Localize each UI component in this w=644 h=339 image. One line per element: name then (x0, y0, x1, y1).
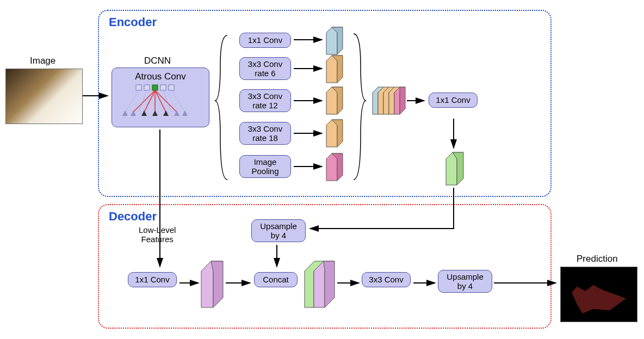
conv1x1-a: 1x1 Conv (239, 33, 291, 48)
conv3x3-rate18: 3x3 Convrate 18 (239, 122, 291, 145)
svg-marker-15 (131, 110, 136, 116)
atrous-conv-text: Atrous Conv (135, 71, 186, 82)
lowlevel-label: Low-LevelFeatures (139, 226, 176, 244)
conv3x3-decoder: 3x3 Conv (362, 272, 411, 287)
dcnn-label: DCNN (144, 56, 171, 66)
svg-rect-0 (136, 85, 141, 90)
input-image (5, 69, 83, 124)
encoder-label: Encoder (109, 15, 157, 29)
svg-line-8 (155, 90, 166, 112)
image-pooling: ImagePooling (239, 155, 291, 178)
decoder-label: Decoder (109, 209, 157, 224)
svg-marker-20 (182, 110, 188, 116)
concat-node: Concat (254, 272, 298, 287)
svg-marker-14 (122, 110, 128, 116)
svg-rect-2 (152, 85, 158, 90)
conv1x1-c: 1x1 Conv (128, 272, 177, 287)
image-label: Image (30, 56, 55, 66)
svg-rect-4 (169, 85, 174, 90)
prediction-image (560, 267, 637, 322)
upsample-by4-a: Upsampleby 4 (251, 219, 306, 242)
decoder-region (98, 204, 552, 329)
svg-line-5 (133, 90, 155, 112)
atrous-conv-block: Atrous Conv (112, 67, 209, 127)
atrous-illustration-icon (117, 82, 204, 120)
conv3x3-rate12: 3x3 Convrate 12 (239, 89, 291, 112)
conv3x3-rate6: 3x3 Convrate 6 (239, 57, 291, 80)
svg-marker-19 (174, 110, 179, 116)
prediction-label: Prediction (577, 254, 618, 264)
svg-rect-3 (160, 85, 166, 90)
svg-marker-18 (163, 110, 169, 116)
svg-rect-1 (144, 85, 150, 90)
svg-marker-17 (152, 110, 158, 116)
conv1x1-b: 1x1 Conv (429, 93, 478, 108)
svg-marker-16 (141, 110, 147, 116)
svg-line-9 (155, 90, 177, 112)
svg-line-6 (144, 90, 155, 112)
upsample-by4-b: Upsampleby 4 (438, 270, 492, 293)
